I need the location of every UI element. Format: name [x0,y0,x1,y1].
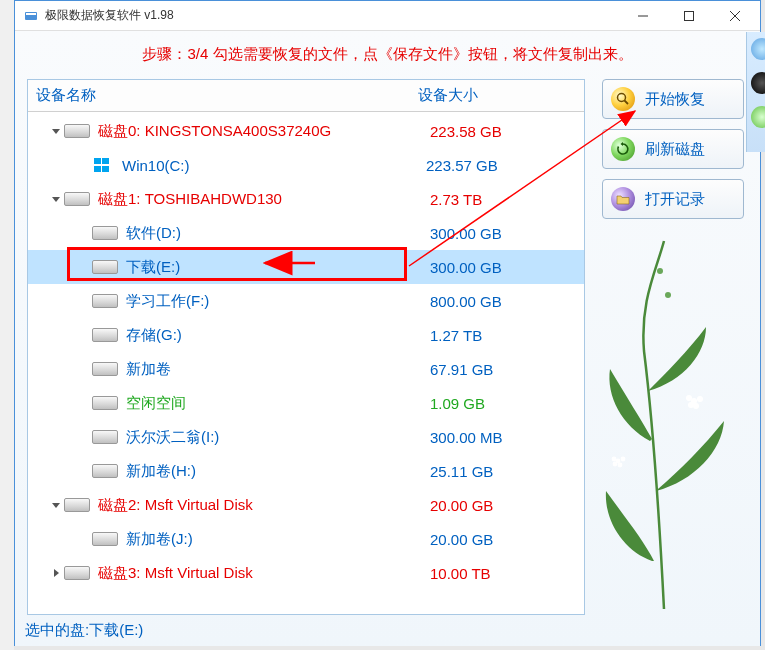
device-name: Win10(C:) [122,157,426,174]
desktop-edge [0,0,14,650]
device-name: 空闲空间 [126,394,430,413]
disk-icon [92,292,118,310]
device-name: 新加卷(J:) [126,530,430,549]
titlebar: 极限数据恢复软件 v1.98 [15,1,760,31]
dock-icon-1[interactable] [751,38,766,60]
dock-icon-3[interactable] [751,106,766,128]
device-panel: 设备名称 设备大小 磁盘0: KINGSTONSA400S37240G223.5… [27,79,585,615]
svg-point-18 [616,459,621,464]
device-size: 223.58 GB [430,123,584,140]
device-size: 67.91 GB [430,361,584,378]
device-row[interactable]: 磁盘0: KINGSTONSA400S37240G223.58 GB [28,114,584,148]
device-row[interactable]: 新加卷(J:)20.00 GB [28,522,584,556]
expand-chevron-icon[interactable] [48,194,64,204]
disk-icon [92,258,118,276]
decorative-plant [594,231,734,611]
expand-chevron-icon[interactable] [48,500,64,510]
table-header: 设备名称 设备大小 [28,80,584,112]
column-header-name[interactable]: 设备名称 [28,86,418,105]
device-size: 800.00 GB [430,293,584,310]
svg-point-20 [612,457,617,462]
device-row[interactable]: 新加卷67.91 GB [28,352,584,386]
window-title: 极限数据恢复软件 v1.98 [45,7,620,24]
open-log-button[interactable]: 打开记录 [602,179,744,219]
device-tree: 磁盘0: KINGSTONSA400S37240G223.58 GBWin10(… [28,112,584,592]
device-row[interactable]: 沃尔沃二翁(I:)300.00 MB [28,420,584,454]
svg-point-10 [618,94,626,102]
desktop-dock [746,32,765,152]
device-size: 300.00 MB [430,429,584,446]
start-recovery-label: 开始恢复 [645,90,705,109]
device-size: 300.00 GB [430,259,584,276]
folder-icon [611,187,635,211]
svg-point-13 [691,398,697,404]
svg-point-19 [621,457,626,462]
device-name: 磁盘0: KINGSTONSA400S37240G [98,122,430,141]
device-size: 10.00 TB [430,565,584,582]
device-name: 下载(E:) [126,258,430,277]
device-name: 新加卷 [126,360,430,379]
device-row[interactable]: 软件(D:)300.00 GB [28,216,584,250]
device-size: 2.73 TB [430,191,584,208]
device-row[interactable]: 下载(E:)300.00 GB [28,250,584,284]
svg-point-22 [613,462,618,467]
device-size: 300.00 GB [430,225,584,242]
disk-icon [64,496,90,514]
device-name: 软件(D:) [126,224,430,243]
start-recovery-button[interactable]: 开始恢复 [602,79,744,119]
column-header-size[interactable]: 设备大小 [418,86,584,105]
svg-point-14 [697,396,703,402]
minimize-button[interactable] [620,1,666,30]
device-name: 磁盘2: Msft Virtual Disk [98,496,430,515]
open-log-label: 打开记录 [645,190,705,209]
content-area: 步骤：3/4 勾选需要恢复的文件，点《保存文件》按钮，将文件复制出来。 设备名称… [15,31,760,646]
device-size: 20.00 GB [430,531,584,548]
device-row[interactable]: 磁盘3: Msft Virtual Disk10.00 TB [28,556,584,590]
svg-marker-9 [54,569,59,577]
maximize-button[interactable] [666,1,712,30]
disk-icon [64,190,90,208]
expand-chevron-icon[interactable] [48,568,64,578]
device-row[interactable]: 磁盘1: TOSHIBAHDWD1302.73 TB [28,182,584,216]
svg-marker-6 [52,129,60,134]
refresh-disks-label: 刷新磁盘 [645,140,705,159]
svg-point-15 [686,395,692,401]
svg-point-17 [688,402,694,408]
refresh-disks-button[interactable]: 刷新磁盘 [602,129,744,169]
device-name: 新加卷(H:) [126,462,430,481]
disk-icon [92,224,118,242]
status-bar: 选中的盘:下载(E:) [17,617,151,644]
close-button[interactable] [712,1,758,30]
device-size: 1.09 GB [430,395,584,412]
device-name: 沃尔沃二翁(I:) [126,428,430,447]
device-size: 1.27 TB [430,327,584,344]
device-size: 25.11 GB [430,463,584,480]
svg-line-11 [625,101,629,105]
svg-marker-7 [52,197,60,202]
disk-icon [64,564,90,582]
svg-marker-8 [52,503,60,508]
disk-icon [92,462,118,480]
svg-rect-3 [685,11,694,20]
device-row[interactable]: 存储(G:)1.27 TB [28,318,584,352]
app-icon [23,8,39,24]
svg-point-16 [693,403,699,409]
svg-point-21 [618,463,623,468]
side-buttons: 开始恢复 刷新磁盘 打开记录 [602,79,744,229]
device-row[interactable]: 学习工作(F:)800.00 GB [28,284,584,318]
device-row[interactable]: 磁盘2: Msft Virtual Disk20.00 GB [28,488,584,522]
disk-icon [92,530,118,548]
device-row[interactable]: 空闲空间1.09 GB [28,386,584,420]
disk-icon [64,122,90,140]
windows-icon [92,156,112,174]
device-size: 20.00 GB [430,497,584,514]
dock-icon-qq[interactable] [751,72,766,94]
device-row[interactable]: Win10(C:)223.57 GB [28,148,584,182]
expand-chevron-icon[interactable] [48,126,64,136]
disk-icon [92,326,118,344]
disk-icon [92,360,118,378]
svg-marker-12 [621,142,624,146]
device-row[interactable]: 新加卷(H:)25.11 GB [28,454,584,488]
svg-point-23 [657,268,663,274]
device-name: 磁盘3: Msft Virtual Disk [98,564,430,583]
